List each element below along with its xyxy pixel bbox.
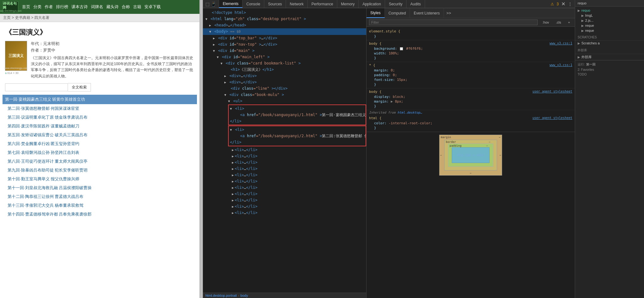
chapter-link-6[interactable]: 第六回·焚金阙董卓行凶 匿玉玺孙坚背约 bbox=[8, 141, 79, 146]
tab-security[interactable]: Security bbox=[385, 0, 406, 8]
style-source-star[interactable]: www_v3.css:1 bbox=[550, 63, 572, 67]
triangle-topbar[interactable] bbox=[213, 37, 215, 40]
mobile-icon[interactable]: 📱 bbox=[211, 2, 216, 7]
filter-btn-cls[interactable]: .cls bbox=[554, 20, 563, 25]
chapter-link-5[interactable]: 第五回·发矫诏诸镇应曹公 破关兵三英战吕布 bbox=[8, 132, 87, 137]
dom-line-li2-close[interactable]: </li> bbox=[229, 139, 366, 145]
rs-item-scratches[interactable]: ▶ Scratches a bbox=[575, 41, 644, 46]
status-html[interactable]: html.desktop.portrait bbox=[205, 294, 237, 297]
dom-line-bookmulu[interactable]: <div class="book-mulu" > bbox=[203, 92, 366, 98]
search-button[interactable]: 全文检索 bbox=[68, 83, 91, 92]
dom-line-li5[interactable]: <li>…</li> bbox=[203, 159, 366, 166]
nav-item-author[interactable]: 作者 bbox=[45, 4, 53, 10]
rs-todo-item[interactable]: TODO bbox=[575, 72, 644, 77]
devtools-close-icon[interactable]: ✕ bbox=[561, 1, 565, 7]
dom-line-body[interactable]: <body> == $0 bbox=[203, 28, 366, 35]
nav-item-cipai[interactable]: 词牌名 bbox=[91, 4, 103, 10]
dom-line-li1-close[interactable]: </li> bbox=[229, 118, 366, 124]
chapter-link-3[interactable]: 第三回·议温明董卓叱丁原 馈金珠李肃说吕布 bbox=[8, 115, 87, 120]
chapter-item-12[interactable]: 第十二回·陶恭祖三让徐州 曹孟德大战吕布 bbox=[5, 192, 194, 201]
dom-line-li4[interactable]: <li>…</li> bbox=[203, 153, 366, 159]
status-body[interactable]: body bbox=[240, 294, 248, 297]
chapter-link-11[interactable]: 第十一回·刘皇叔北海救孔融 吕温侯濮阳破曹操 bbox=[8, 185, 92, 190]
chapter-link-14[interactable]: 第十四回·曹孟德移驾幸许都 吕奉先乘夜袭徐郡 bbox=[8, 212, 92, 216]
triangle-head[interactable] bbox=[209, 24, 211, 27]
search-input[interactable] bbox=[5, 83, 68, 91]
dom-line-li12[interactable]: <li>…</li> bbox=[203, 203, 366, 210]
devtools-menu-icon[interactable]: ⋮ bbox=[568, 2, 572, 7]
dom-line-li7[interactable]: <li>…</li> bbox=[203, 172, 366, 178]
site-content[interactable]: 《三国演义》 三国演义 www.shicimingju.com a 614 × … bbox=[0, 22, 199, 298]
chapter-link-7[interactable]: 第七回·袁绍磐河战公孙 孙坚跨江击刘表 bbox=[8, 150, 79, 155]
nav-item-ranking[interactable]: 排行榜 bbox=[56, 4, 68, 10]
styles-tab-styles[interactable]: Styles bbox=[367, 8, 385, 18]
chapter-item-13[interactable]: 第十三回·李傕郭汜大交兵 杨奉董承双救驾 bbox=[5, 201, 194, 210]
chapter-item-14[interactable]: 第十四回·曹孟德移驾幸许都 吕奉先乘夜袭徐郡 bbox=[5, 210, 194, 219]
chapter-link-13[interactable]: 第十三回·李傕郭汜大交兵 杨奉董承双救驾 bbox=[8, 203, 83, 208]
dom-line-head[interactable]: <head>…</head> bbox=[203, 22, 366, 28]
triangle-html[interactable] bbox=[205, 17, 207, 21]
rs-item-2js[interactable]: ▶ 2.js... bbox=[575, 18, 644, 23]
chapter-item-9[interactable]: 第九回·除暴凶吕布助司徒 犯长安李催听贾诩 bbox=[5, 166, 194, 175]
chapter-item-8[interactable]: 第八回·王司徒巧使连环计 董太师大闹凤仪亭 bbox=[5, 157, 194, 166]
tab-audits[interactable]: Audits bbox=[406, 0, 425, 8]
chapter-link-2[interactable]: 第二回·张翼德怒鞭督邮 何国舅谋诛宦竖 bbox=[8, 106, 79, 111]
nav-item-textbook[interactable]: 课本古诗 bbox=[71, 4, 88, 10]
chapter-item-1[interactable]: 第一回·宴桃园豪杰三结义 斩黄巾英雄首立功 bbox=[3, 95, 197, 104]
chapter-link-9[interactable]: 第九回·除暴凶吕布助司徒 犯长安李催听贾诩 bbox=[8, 168, 87, 172]
chapter-link-12[interactable]: 第十二回·陶恭祖三让徐州 曹孟德大战吕布 bbox=[8, 194, 83, 199]
style-source-html-ua[interactable]: user agent stylesheet bbox=[533, 116, 572, 120]
dom-line-card[interactable]: <div class="card bookmark-list" > bbox=[203, 60, 366, 66]
chapter-link-8[interactable]: 第八回·王司徒巧使连环计 董太师大闹凤仪亭 bbox=[8, 159, 87, 164]
tab-application[interactable]: Application bbox=[359, 0, 385, 8]
triangle-li1[interactable] bbox=[230, 107, 232, 110]
rs-item-reque1[interactable]: ▶ reque bbox=[575, 23, 644, 28]
styles-tab-event-listeners[interactable]: Event Listeners bbox=[410, 8, 444, 18]
triangle-div2[interactable] bbox=[224, 81, 226, 84]
triangle-main[interactable] bbox=[213, 49, 215, 53]
nav-item-classify[interactable]: 分类 bbox=[33, 4, 42, 10]
chapter-item-2[interactable]: 第二回·张翼德怒鞭督邮 何国舅谋诛宦竖 bbox=[5, 104, 194, 113]
dom-line-a2[interactable]: <a href="/book/sanguoyanyi/2.html" >第二回:… bbox=[229, 133, 366, 139]
chapter-item-4[interactable]: 第四回·废汉帝陈留践祚 谋董贼孟德献刀 bbox=[5, 122, 194, 131]
dom-line-a1[interactable]: <a href="/book/sanguoyanyi/1.html" >第一回·… bbox=[229, 112, 366, 118]
chapter-link-10[interactable]: 第十回·勤王室马腾举义 报父仇曹操兴师 bbox=[8, 177, 79, 181]
styles-content[interactable]: element.style { } www_v3.css:1 body { ba… bbox=[367, 27, 575, 298]
dom-line-line[interactable]: <div class="line" ></div> bbox=[203, 85, 366, 92]
dom-line-li8[interactable]: <li>…</li> bbox=[203, 178, 366, 184]
tab-memory[interactable]: Memory bbox=[337, 0, 359, 8]
dom-line-html[interactable]: <html lang="zh" class="desktop portrait"… bbox=[203, 16, 366, 22]
chapter-item-11[interactable]: 第十一回·刘皇叔北海救孔融 吕温侯濮阳破曹操 bbox=[5, 183, 194, 192]
chapter-item-10[interactable]: 第十回·勤王室马腾举义 报父仇曹操兴师 bbox=[5, 175, 194, 183]
nav-item-guji[interactable]: 古籍 bbox=[133, 4, 141, 10]
triangle-body[interactable] bbox=[209, 30, 211, 33]
rs-item-imgl[interactable]: ▶ ImgL bbox=[575, 13, 644, 18]
styles-filter-input[interactable] bbox=[369, 20, 538, 25]
dom-line-li2-open[interactable]: <li> bbox=[229, 127, 366, 133]
chapter-link-4[interactable]: 第四回·废汉帝陈留践祚 谋董贼孟德献刀 bbox=[8, 124, 79, 128]
chapter-item-6[interactable]: 第六回·焚金阙董卓行凶 匿玉玺孙坚背约 bbox=[5, 139, 194, 148]
chapter-item-3[interactable]: 第三回·议温明董卓叱丁原 馈金珠李肃说吕布 bbox=[5, 113, 194, 122]
triangle-mainleft[interactable] bbox=[217, 55, 219, 59]
cursor-icon[interactable]: ⬚ bbox=[205, 2, 210, 7]
tab-performance[interactable]: Performance bbox=[308, 0, 337, 8]
dom-line-ul[interactable]: <ul> bbox=[203, 98, 366, 104]
nav-item-zangtou[interactable]: 藏头诗 bbox=[106, 4, 119, 10]
chapter-item-7[interactable]: 第七回·袁绍磐河战公孙 孙坚跨江击刘表 bbox=[5, 148, 194, 157]
dom-line-li1-open[interactable]: <li> bbox=[229, 105, 366, 112]
dom-line-mainleft[interactable]: <div id="main_left" > bbox=[203, 54, 366, 60]
dom-line-li3[interactable]: <li>…</li> bbox=[203, 147, 366, 153]
triangle-bookmulu[interactable] bbox=[224, 93, 226, 97]
filter-btn-add[interactable]: + bbox=[566, 20, 572, 25]
triangle-div1[interactable] bbox=[224, 74, 226, 78]
styles-tab-more[interactable]: >> bbox=[444, 8, 454, 18]
dom-line-li10[interactable]: <li>…</li> bbox=[203, 191, 366, 197]
right-sidebar-content[interactable]: ▶ requo ▶ ImgL ▶ 2.js... ▶ reque ▶ reque… bbox=[575, 7, 644, 298]
styles-tab-computed[interactable]: Computed bbox=[385, 8, 410, 18]
dom-line-topbar[interactable]: <div id="top_bar" >…</div> bbox=[203, 35, 366, 41]
tab-elements[interactable]: Elements bbox=[219, 0, 243, 8]
dom-line-h1[interactable]: <h1>《三国演义》</h1> bbox=[203, 66, 366, 73]
rs-item-reque2[interactable]: ▶ reque bbox=[575, 28, 644, 33]
dom-line-li13[interactable]: <li>…</li> bbox=[203, 210, 366, 216]
tab-network[interactable]: Network bbox=[286, 0, 308, 8]
